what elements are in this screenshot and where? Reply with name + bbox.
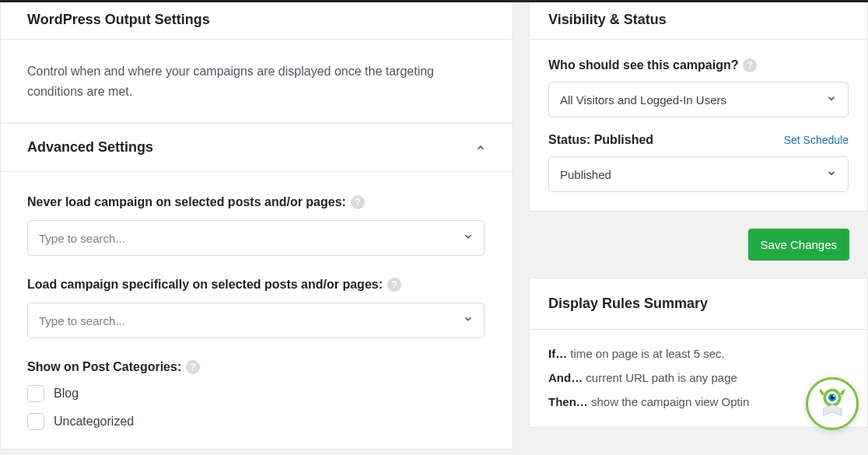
rules-title: Display Rules Summary xyxy=(548,296,849,312)
load-specific-input[interactable] xyxy=(27,303,485,338)
category-checkbox-blog[interactable] xyxy=(27,385,44,402)
load-specific-combo[interactable] xyxy=(27,303,485,338)
load-specific-label-row: Load campaign specifically on selected p… xyxy=(27,278,486,292)
set-schedule-link[interactable]: Set Schedule xyxy=(784,134,849,146)
who-select[interactable]: All Visitors and Logged-In Users xyxy=(548,82,849,117)
who-field: Who should see this campaign? ? All Visi… xyxy=(548,58,849,117)
who-label-row: Who should see this campaign? ? xyxy=(548,58,849,72)
advanced-settings-title: Advanced Settings xyxy=(27,139,153,156)
chat-widget-button[interactable] xyxy=(806,377,859,430)
never-load-field: Never load campaign on selected posts an… xyxy=(27,195,486,256)
output-settings-intro: Control when and where your campaigns ar… xyxy=(1,40,513,124)
column-gap xyxy=(513,2,529,455)
status-select-value: Published xyxy=(560,168,611,181)
mascot-icon xyxy=(814,384,850,423)
category-checkbox-uncategorized[interactable] xyxy=(27,413,44,430)
output-settings-title: WordPress Output Settings xyxy=(27,12,486,28)
visibility-title: Visibility & Status xyxy=(548,12,849,28)
advanced-settings-toggle[interactable]: Advanced Settings xyxy=(1,124,513,172)
rule-prefix: If… xyxy=(548,347,567,360)
help-icon[interactable]: ? xyxy=(186,360,200,374)
rule-line-and: And… current URL path is any page xyxy=(548,371,849,384)
status-label-row: Status: Published Set Schedule xyxy=(548,133,849,147)
rule-prefix: Then… xyxy=(548,395,588,408)
rule-text: show the campaign view Optin xyxy=(588,395,750,408)
who-label: Who should see this campaign? xyxy=(548,58,738,72)
chevron-down-icon xyxy=(826,93,837,107)
never-load-label: Never load campaign on selected posts an… xyxy=(27,195,346,209)
never-load-combo[interactable] xyxy=(27,220,485,256)
help-icon[interactable]: ? xyxy=(351,195,365,209)
rule-prefix: And… xyxy=(548,371,583,384)
status-select[interactable]: Published xyxy=(548,156,849,192)
main-column: WordPress Output Settings Control when a… xyxy=(0,2,513,455)
save-bar: Save Changes xyxy=(529,212,868,278)
categories-label: Show on Post Categories: xyxy=(27,360,181,374)
help-icon[interactable]: ? xyxy=(743,58,757,72)
status-label: Status: Published xyxy=(548,133,653,147)
categories-label-row: Show on Post Categories: ? xyxy=(27,360,486,374)
page-layout: WordPress Output Settings Control when a… xyxy=(0,0,868,455)
window-top-border xyxy=(0,0,868,2)
rule-text: time on page is at least 5 sec. xyxy=(567,347,725,360)
category-label: Uncategorized xyxy=(54,415,134,429)
visibility-body: Who should see this campaign? ? All Visi… xyxy=(530,40,867,211)
svg-point-4 xyxy=(833,395,835,397)
category-label: Blog xyxy=(54,387,79,401)
save-changes-button[interactable]: Save Changes xyxy=(748,229,849,261)
output-settings-card: WordPress Output Settings Control when a… xyxy=(0,2,513,450)
rule-text: current URL path is any page xyxy=(583,371,737,384)
rules-header: Display Rules Summary xyxy=(530,278,867,330)
never-load-label-row: Never load campaign on selected posts an… xyxy=(27,195,486,209)
chevron-down-icon xyxy=(826,168,837,181)
output-settings-header: WordPress Output Settings xyxy=(1,2,513,40)
rule-line-if: If… time on page is at least 5 sec. xyxy=(548,347,849,360)
category-item: Uncategorized xyxy=(27,413,486,430)
load-specific-field: Load campaign specifically on selected p… xyxy=(27,278,486,338)
visibility-header: Visibility & Status xyxy=(530,2,867,40)
categories-field: Show on Post Categories: ? Blog Uncatego… xyxy=(27,360,486,430)
chevron-up-icon xyxy=(475,142,486,153)
visibility-card: Visibility & Status Who should see this … xyxy=(529,2,868,212)
category-item: Blog xyxy=(27,385,486,402)
who-select-value: All Visitors and Logged-In Users xyxy=(560,93,726,107)
help-icon[interactable]: ? xyxy=(387,278,401,292)
never-load-input[interactable] xyxy=(27,220,485,256)
rule-line-then: Then… show the campaign view Optin xyxy=(548,395,849,408)
load-specific-label: Load campaign specifically on selected p… xyxy=(27,278,383,292)
advanced-settings-body: Never load campaign on selected posts an… xyxy=(1,172,513,449)
status-field: Status: Published Set Schedule Published xyxy=(548,133,849,192)
